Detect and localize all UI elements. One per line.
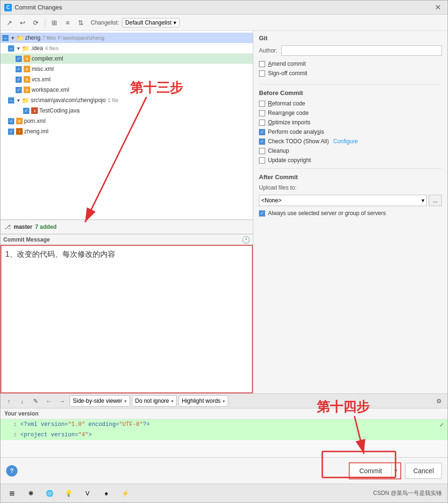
- optimize-imports-row: Optimize imports: [259, 119, 442, 126]
- compiler-xml-icon: X: [24, 55, 30, 62]
- tree-idea-folder[interactable]: ▼ 📁 .idea 4 files: [0, 43, 253, 53]
- check-todo-row: Check TODO (Show All) Configure: [259, 138, 442, 145]
- diff-settings-btn[interactable]: ⚙: [433, 395, 445, 407]
- left-panel: ▼ 📁 zheng 7 files F:\workspace\zheng ▼ 📁…: [0, 31, 253, 393]
- diff-tick-1: ✓: [440, 421, 446, 429]
- tree-zheng-iml[interactable]: I zheng.iml: [0, 126, 253, 137]
- testcoding-checkbox[interactable]: [23, 108, 29, 114]
- taskbar-icon-1[interactable]: ⊞: [6, 488, 17, 499]
- clock-icon: 🕐: [242, 236, 250, 243]
- configure-link[interactable]: Configure: [333, 138, 358, 145]
- workspace-xml-name: workspace.xml: [32, 87, 69, 93]
- tree-compiler-xml[interactable]: X compiler.xml: [0, 53, 253, 64]
- diff-line-code-1: <?xml version="1.0" encoding="UTF-8"?>: [20, 421, 150, 428]
- misc-checkbox[interactable]: [16, 66, 22, 72]
- divider-2: [259, 168, 442, 169]
- commit-message-input[interactable]: 1、改变的代码、每次修改的内容: [0, 245, 253, 393]
- toolbar-group-btn[interactable]: ⊞: [48, 17, 60, 29]
- cleanup-checkbox[interactable]: [259, 148, 265, 154]
- tree-pojo-folder[interactable]: ▼ 📁 src\main\java\com\zheng\pojo 1 file: [0, 95, 253, 105]
- after-commit-title: After Commit: [259, 173, 442, 181]
- perform-analysis-row: Perform code analysis: [259, 129, 442, 135]
- pojo-checkbox[interactable]: [8, 97, 14, 104]
- reformat-code-checkbox[interactable]: [259, 101, 265, 107]
- commit-message-section: Commit Message 🕐 1、改变的代码、每次修改的内容: [0, 234, 253, 393]
- taskbar-icon-3[interactable]: 🌐: [44, 488, 55, 499]
- tree-pom-xml[interactable]: X pom.xml: [0, 116, 253, 126]
- upload-browse-button[interactable]: ...: [429, 195, 442, 206]
- diff-line-code-2: <project version="4">: [20, 432, 92, 438]
- rearrange-code-checkbox[interactable]: [259, 110, 265, 116]
- cancel-button[interactable]: Cancel: [405, 463, 442, 479]
- taskbar-icon-2[interactable]: ❋: [25, 488, 36, 499]
- taskbar-icon-4[interactable]: 💡: [63, 488, 74, 499]
- root-checkbox[interactable]: [2, 35, 9, 41]
- help-button[interactable]: ?: [6, 465, 17, 477]
- workspace-checkbox[interactable]: [16, 87, 22, 93]
- after-commit-section: After Commit Upload files to: <None> ▾ .…: [259, 173, 442, 217]
- main-content: ▼ 📁 zheng 7 files F:\workspace\zheng ▼ 📁…: [0, 31, 448, 393]
- vcs-xml-icon: X: [24, 76, 30, 83]
- testcoding-java-icon: J: [31, 107, 38, 114]
- toolbar-undo-btn[interactable]: ↩: [17, 17, 29, 29]
- diff-viewer-dropdown[interactable]: Side-by-side viewer ▾: [69, 395, 130, 407]
- changelist-dropdown[interactable]: Default Changelist ▾: [122, 18, 180, 27]
- optimize-imports-checkbox[interactable]: [259, 120, 265, 126]
- right-panel: Git Author: AAmend commitmend commit Sig…: [253, 31, 448, 393]
- amend-commit-checkbox[interactable]: [259, 61, 265, 67]
- pom-xml-icon: X: [16, 118, 23, 124]
- tree-workspace-xml[interactable]: X workspace.xml: [0, 85, 253, 95]
- toolbar-move-btn[interactable]: ↗: [3, 17, 16, 29]
- compiler-xml-name: compiler.xml: [32, 55, 63, 62]
- perform-analysis-checkbox[interactable]: [259, 129, 265, 135]
- before-commit-section: Before Commit Reformat code Rearrange co…: [259, 89, 442, 164]
- author-label: Author:: [259, 47, 277, 54]
- toolbar-refresh-btn[interactable]: ⟳: [30, 17, 42, 29]
- pom-checkbox[interactable]: [8, 118, 14, 124]
- file-tree: ▼ 📁 zheng 7 files F:\workspace\zheng ▼ 📁…: [0, 31, 253, 220]
- diff-highlight-dropdown[interactable]: Highlight words ▾: [179, 395, 228, 407]
- vcs-checkbox[interactable]: [16, 77, 22, 83]
- commit-button[interactable]: Commit: [350, 463, 391, 478]
- toolbar-sort-btn[interactable]: ≡: [61, 17, 74, 29]
- tree-root[interactable]: ▼ 📁 zheng 7 files F:\workspace\zheng: [0, 33, 253, 43]
- idea-checkbox[interactable]: [8, 45, 14, 52]
- idea-arrow: ▼: [16, 46, 21, 51]
- taskbar-icon-6[interactable]: ♠: [101, 488, 112, 499]
- git-section: Git Author: AAmend commitmend commit Sig…: [259, 35, 442, 77]
- pom-xml-name: pom.xml: [24, 118, 45, 124]
- update-copyright-checkbox[interactable]: [259, 157, 265, 164]
- close-button[interactable]: ✕: [432, 2, 444, 13]
- bottom-bar: ? Commit ▾ Cancel: [0, 457, 448, 484]
- compiler-checkbox[interactable]: [16, 56, 22, 62]
- tree-testcoding-java[interactable]: J TestCoding.java: [0, 105, 253, 116]
- signoff-commit-checkbox[interactable]: [259, 70, 265, 77]
- always-use-checkbox[interactable]: [259, 210, 265, 217]
- idea-name: .idea: [31, 45, 43, 52]
- diff-your-version-label: Your version: [0, 408, 448, 419]
- tree-vcs-xml[interactable]: X vcs.xml: [0, 74, 253, 85]
- diff-edit-btn[interactable]: ✎: [30, 395, 41, 407]
- diff-up-btn[interactable]: ↑: [3, 395, 15, 407]
- upload-dropdown[interactable]: <None> ▾: [259, 195, 427, 206]
- reformat-code-label: Reformat code: [268, 100, 305, 107]
- taskbar-icon-5[interactable]: V: [82, 488, 93, 499]
- tree-misc-xml[interactable]: X misc.xml: [0, 64, 253, 74]
- diff-ignore-dropdown[interactable]: Do not ignore ▾: [132, 395, 177, 407]
- taskbar-icon-7[interactable]: ⚡: [120, 488, 131, 499]
- diff-back-btn[interactable]: ←: [43, 395, 54, 407]
- zheng-iml-name: zheng.iml: [24, 128, 48, 135]
- diff-fwd-btn[interactable]: →: [56, 395, 68, 407]
- diff-down-btn[interactable]: ↓: [17, 395, 28, 407]
- amend-commit-row: AAmend commitmend commit: [259, 61, 442, 67]
- before-commit-title: Before Commit: [259, 89, 442, 96]
- toolbar-sort2-btn[interactable]: ⇅: [75, 17, 87, 29]
- author-input[interactable]: [281, 45, 442, 56]
- workspace-xml-icon: X: [24, 87, 30, 93]
- check-todo-checkbox[interactable]: [259, 139, 265, 145]
- commit-dropdown-arrow[interactable]: ▾: [391, 463, 400, 478]
- zheng-iml-checkbox[interactable]: [8, 129, 14, 135]
- diff-line-2: 2 <project version="4">: [0, 430, 448, 440]
- upload-row: Upload files to:: [259, 184, 442, 191]
- pojo-meta: 1 file: [108, 97, 119, 103]
